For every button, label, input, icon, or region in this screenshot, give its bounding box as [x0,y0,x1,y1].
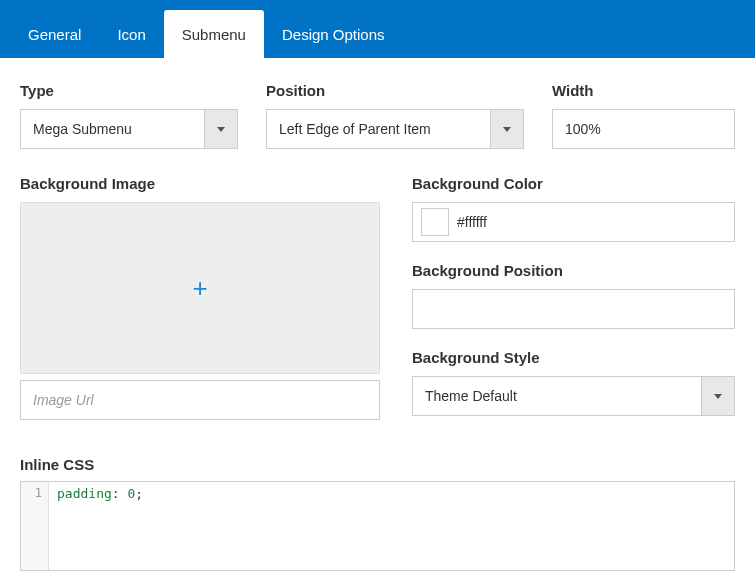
select-type[interactable]: Mega Submenu [20,109,238,149]
code-body[interactable]: padding: 0; [49,482,734,570]
input-bg-color[interactable]: #ffffff [412,202,735,242]
color-swatch[interactable] [421,208,449,236]
select-type-toggle[interactable] [204,109,238,149]
css-colon: : [112,486,128,501]
tab-design-options[interactable]: Design Options [264,10,403,58]
chevron-down-icon [503,127,511,132]
row-top: Type Mega Submenu Position Left Edge of … [20,82,735,149]
label-bg-color: Background Color [412,175,735,192]
tab-general[interactable]: General [10,10,99,58]
label-bg-image: Background Image [20,175,380,192]
field-type: Type Mega Submenu [20,82,238,149]
input-image-url[interactable]: Image Url [20,380,380,420]
plus-icon: + [192,275,207,301]
select-position[interactable]: Left Edge of Parent Item [266,109,524,149]
field-bg-position: Background Position [412,262,735,329]
field-width: Width 100% [552,82,735,149]
chevron-down-icon [714,394,722,399]
inline-css-editor[interactable]: 1 padding: 0; [20,481,735,571]
css-semicolon: ; [135,486,143,501]
label-width: Width [552,82,735,99]
input-bg-position[interactable] [412,289,735,329]
input-width[interactable]: 100% [552,109,735,149]
select-position-toggle[interactable] [490,109,524,149]
label-bg-style: Background Style [412,349,735,366]
label-bg-position: Background Position [412,262,735,279]
label-position: Position [266,82,524,99]
field-bg-style: Background Style Theme Default [412,349,735,416]
col-bg-right: Background Color #ffffff Background Posi… [412,175,735,420]
select-type-value: Mega Submenu [20,109,204,149]
select-bg-style-toggle[interactable] [701,376,735,416]
select-position-value: Left Edge of Parent Item [266,109,490,149]
field-position: Position Left Edge of Parent Item [266,82,524,149]
label-inline-css: Inline CSS [0,456,755,473]
css-prop: padding [57,486,112,501]
bg-image-dropzone[interactable]: + [20,202,380,374]
field-bg-color: Background Color #ffffff [412,175,735,242]
form-area: Type Mega Submenu Position Left Edge of … [0,58,755,456]
label-type: Type [20,82,238,99]
code-gutter: 1 [21,482,49,570]
bg-color-value: #ffffff [457,214,487,230]
tabs-bar: General Icon Submenu Design Options [0,0,755,58]
chevron-down-icon [217,127,225,132]
select-bg-style-value: Theme Default [412,376,701,416]
col-bg-image: Background Image + Image Url [20,175,380,420]
select-bg-style[interactable]: Theme Default [412,376,735,416]
tab-icon[interactable]: Icon [99,10,163,58]
tab-submenu[interactable]: Submenu [164,10,264,58]
row-middle: Background Image + Image Url Background … [20,175,735,420]
